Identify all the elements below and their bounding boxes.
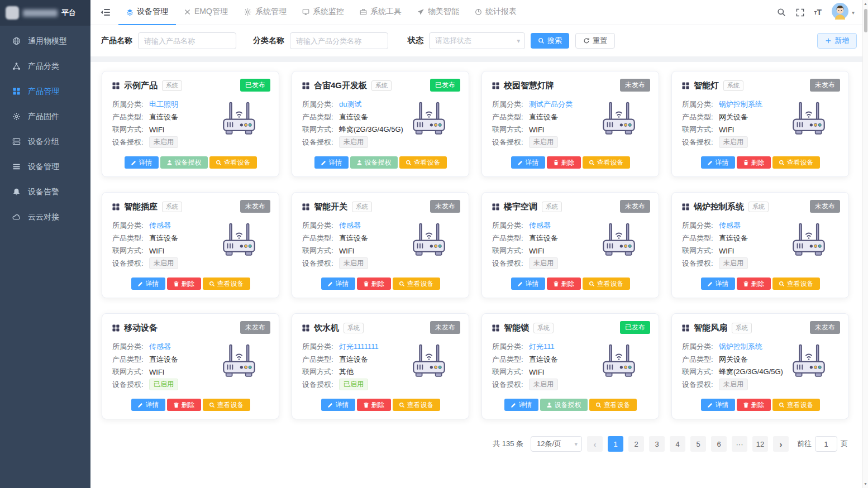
view-devices-button[interactable]: 查看设备: [583, 278, 630, 290]
category-link[interactable]: 锅炉控制系统: [719, 342, 762, 352]
tab-6[interactable]: 统计报表: [467, 0, 524, 25]
user-menu[interactable]: ▾: [832, 3, 855, 22]
detail-button[interactable]: 详情: [511, 278, 545, 290]
detail-button[interactable]: 详情: [511, 156, 545, 169]
font-size-icon[interactable]: тT: [814, 8, 822, 17]
delete-button[interactable]: 删除: [737, 399, 771, 411]
detail-button[interactable]: 详情: [131, 278, 165, 290]
more-pages-button[interactable]: ···: [732, 436, 747, 452]
sidebar-item-3[interactable]: 产品固件: [0, 104, 90, 129]
category-link[interactable]: 传感器: [149, 221, 171, 231]
page-button-12[interactable]: 12: [752, 436, 768, 452]
monitor-icon: [302, 8, 309, 16]
device-auth-button[interactable]: 设备授权: [350, 156, 398, 169]
type-label: 产品类型:: [112, 355, 149, 365]
scroll-up-icon[interactable]: ▲: [864, 0, 867, 8]
page-button-4[interactable]: 4: [670, 436, 685, 452]
category-link[interactable]: 传感器: [529, 221, 551, 231]
detail-button[interactable]: 详情: [131, 399, 165, 411]
product-name-input[interactable]: [138, 32, 236, 49]
page-size-select[interactable]: 12条/页 ▾: [531, 436, 582, 452]
detail-button[interactable]: 详情: [701, 399, 735, 411]
view-devices-button[interactable]: 查看设备: [209, 156, 257, 169]
sidebar-item-2[interactable]: 产品管理: [0, 79, 90, 104]
category-link[interactable]: 传感器: [719, 221, 741, 231]
delete-button[interactable]: 删除: [737, 156, 771, 169]
category-label: 所属分类:: [492, 342, 529, 352]
tab-5[interactable]: 物美智能: [409, 0, 467, 25]
reset-button[interactable]: 重置: [575, 33, 615, 49]
category-link[interactable]: 传感器: [149, 342, 171, 352]
sidebar-item-0[interactable]: 通用物模型: [0, 28, 90, 54]
share-icon: [12, 62, 21, 70]
detail-button[interactable]: 详情: [314, 156, 349, 169]
delete-button[interactable]: 删除: [167, 278, 201, 290]
category-name-input[interactable]: [290, 32, 388, 49]
sidebar-item-5[interactable]: 设备管理: [0, 154, 90, 179]
sidebar-item-6[interactable]: 设备告警: [0, 179, 90, 204]
system-tag: 系统: [352, 202, 372, 212]
search-icon[interactable]: [777, 8, 786, 17]
category-link[interactable]: 锅炉控制系统: [719, 99, 762, 109]
view-devices-button[interactable]: 查看设备: [399, 156, 447, 169]
category-link[interactable]: 传感器: [339, 221, 361, 231]
window-scrollbar[interactable]: ▲ ▼: [862, 0, 868, 488]
category-link[interactable]: 电工照明: [149, 99, 178, 109]
view-devices-button[interactable]: 查看设备: [583, 156, 630, 169]
collapse-sidebar-icon[interactable]: [90, 8, 118, 17]
add-button[interactable]: 新增: [817, 33, 857, 49]
category-link[interactable]: du测试: [339, 99, 361, 109]
detail-button[interactable]: 详情: [321, 399, 355, 411]
detail-button[interactable]: 详情: [125, 156, 159, 169]
detail-button[interactable]: 详情: [701, 156, 735, 169]
page-button-3[interactable]: 3: [649, 436, 665, 452]
avatar[interactable]: [832, 3, 848, 22]
auth-tag: 未启用: [719, 257, 748, 269]
category-link[interactable]: 灯光111: [529, 342, 555, 352]
page-button-6[interactable]: 6: [711, 436, 727, 452]
view-devices-button[interactable]: 查看设备: [393, 278, 440, 290]
delete-button[interactable]: 删除: [547, 156, 581, 169]
sidebar-item-4[interactable]: 设备分组: [0, 129, 90, 154]
tab-4[interactable]: 系统工具: [352, 0, 409, 25]
delete-button[interactable]: 删除: [737, 278, 771, 290]
delete-button[interactable]: 删除: [357, 399, 391, 411]
detail-button[interactable]: 详情: [321, 278, 355, 290]
sidebar-item-1[interactable]: 产品分类: [0, 54, 90, 79]
product-type-value: 直连设备: [719, 233, 748, 243]
device-auth-button[interactable]: 设备授权: [160, 156, 208, 169]
next-page-button[interactable]: ›: [773, 436, 789, 452]
view-devices-button[interactable]: 查看设备: [772, 278, 820, 290]
tab-3[interactable]: 系统监控: [294, 0, 352, 25]
page-button-2[interactable]: 2: [628, 436, 644, 452]
page-button-5[interactable]: 5: [690, 436, 706, 452]
tab-1[interactable]: EMQ管理: [176, 0, 236, 25]
scrollbar-thumb[interactable]: [864, 9, 867, 32]
category-link[interactable]: 测试产品分类: [529, 99, 573, 109]
delete-button[interactable]: 删除: [167, 399, 201, 411]
view-devices-button[interactable]: 查看设备: [203, 278, 250, 290]
page-button-1[interactable]: 1: [608, 436, 623, 452]
view-devices-button[interactable]: 查看设备: [589, 399, 637, 411]
tab-0[interactable]: 设备管理: [118, 0, 176, 25]
sidebar-item-7[interactable]: 云云对接: [0, 204, 90, 229]
auth-tag: 未启用: [719, 136, 748, 148]
category-link[interactable]: 灯光1111111: [339, 342, 379, 352]
detail-button[interactable]: 详情: [504, 399, 538, 411]
network-label: 联网方式:: [492, 246, 529, 256]
view-devices-button[interactable]: 查看设备: [772, 156, 820, 169]
fullscreen-icon[interactable]: [796, 8, 804, 17]
view-devices-button[interactable]: 查看设备: [203, 399, 250, 411]
status-select[interactable]: 请选择状态 ▾: [429, 32, 525, 49]
view-devices-button[interactable]: 查看设备: [393, 399, 440, 411]
search-button[interactable]: 搜索: [531, 33, 569, 49]
detail-button[interactable]: 详情: [701, 278, 735, 290]
tab-2[interactable]: 系统管理: [236, 0, 294, 25]
scroll-down-icon[interactable]: ▼: [864, 480, 867, 488]
device-auth-button[interactable]: 设备授权: [540, 399, 588, 411]
delete-button[interactable]: 删除: [547, 278, 581, 290]
page-jump-input[interactable]: [815, 436, 837, 452]
prev-page-button[interactable]: ‹: [587, 436, 603, 452]
view-devices-button[interactable]: 查看设备: [772, 399, 820, 411]
delete-button[interactable]: 删除: [357, 278, 391, 290]
